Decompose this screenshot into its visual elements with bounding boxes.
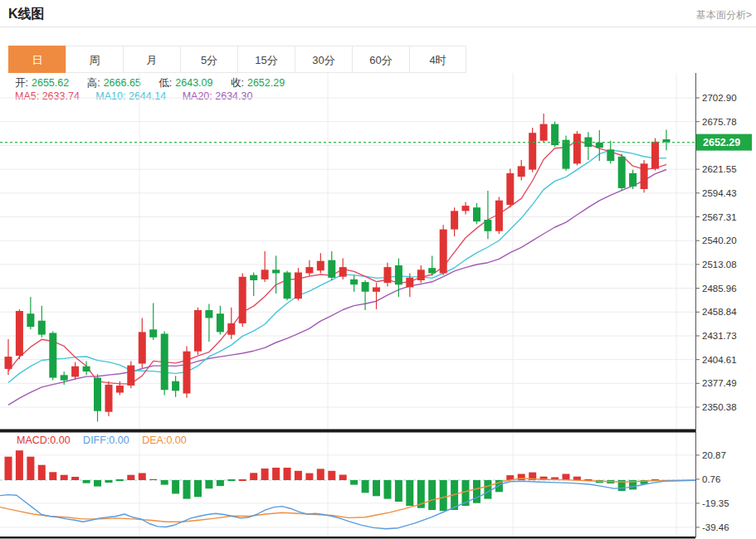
- svg-text:20.87: 20.87: [702, 450, 726, 460]
- tab-周[interactable]: 周: [66, 46, 123, 73]
- svg-text:2702.90: 2702.90: [702, 93, 737, 103]
- page-title: K线图: [8, 6, 45, 23]
- svg-text:0.76: 0.76: [702, 474, 720, 484]
- svg-text:2431.73: 2431.73: [702, 331, 737, 341]
- tab-15分[interactable]: 15分: [237, 46, 295, 73]
- fundamental-analysis-link[interactable]: 基本面分析>: [696, 8, 752, 22]
- price-axis-line: [695, 73, 696, 537]
- macd-value: MACD:0.00: [17, 435, 71, 446]
- tab-30分[interactable]: 30分: [295, 46, 352, 73]
- svg-text:2594.43: 2594.43: [702, 188, 737, 198]
- svg-text:-19.35: -19.35: [702, 498, 729, 508]
- svg-text:2513.08: 2513.08: [702, 260, 737, 270]
- title-divider: [0, 27, 756, 27]
- tab-日[interactable]: 日: [8, 46, 66, 73]
- svg-text:2350.38: 2350.38: [702, 402, 737, 412]
- tab-60分[interactable]: 60分: [352, 46, 409, 73]
- svg-text:2458.84: 2458.84: [702, 307, 737, 317]
- candlestick-chart[interactable]: 2702.902675.782648.672621.552594.432567.…: [0, 73, 756, 435]
- macd-chart[interactable]: 20.870.76-19.35-39.46: [0, 431, 756, 539]
- macd-readout: MACD:0.00 DIFF:0.00 DEA:0.00: [17, 435, 197, 446]
- svg-text:2567.31: 2567.31: [702, 212, 737, 222]
- svg-text:2675.78: 2675.78: [702, 117, 737, 127]
- tab-4时[interactable]: 4时: [409, 46, 466, 73]
- svg-text:2652.29: 2652.29: [703, 137, 740, 148]
- svg-text:2621.55: 2621.55: [702, 164, 737, 174]
- svg-text:2540.20: 2540.20: [702, 236, 737, 245]
- tab-5分[interactable]: 5分: [180, 46, 237, 73]
- svg-text:2404.61: 2404.61: [702, 355, 737, 365]
- interval-tabbar: 日周月5分15分30分60分4时: [8, 46, 466, 73]
- diff-value: DIFF:0.00: [83, 435, 129, 446]
- dea-value: DEA:0.00: [142, 435, 187, 446]
- svg-text:2485.96: 2485.96: [702, 284, 737, 294]
- svg-text:2377.49: 2377.49: [702, 378, 737, 388]
- svg-text:-39.46: -39.46: [702, 522, 729, 532]
- tab-月[interactable]: 月: [123, 46, 180, 73]
